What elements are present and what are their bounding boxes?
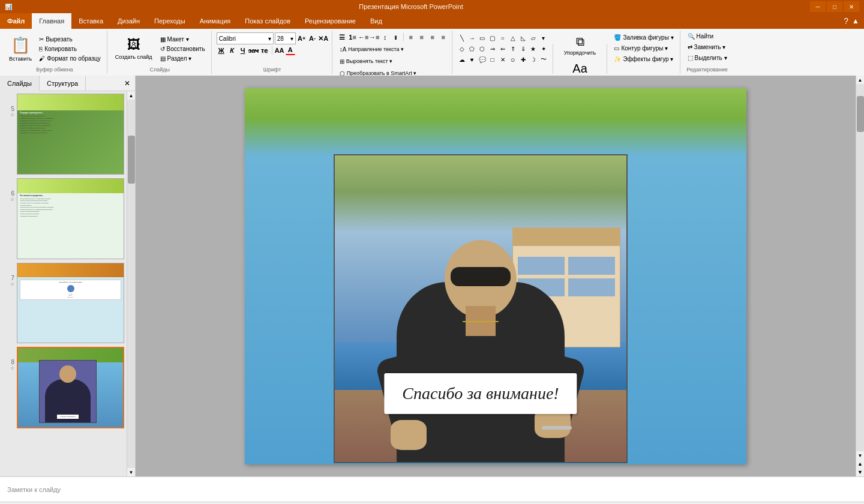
clear-format-button[interactable]: ✕A [319, 34, 328, 43]
shape-line[interactable]: ╲ [457, 33, 467, 43]
slide-canvas[interactable]: tattoo Спасибо за внимание! [245, 88, 746, 464]
tab-insert[interactable]: Вставка [71, 13, 110, 29]
columns-button[interactable]: ⫾ [391, 32, 401, 42]
slide-thumb-6[interactable]: Что является предметом... • используемых… [17, 178, 124, 259]
tab-slideshow[interactable]: Показ слайдов [238, 13, 298, 29]
shape-diamond[interactable]: ◇ [457, 44, 467, 53]
panel-scroll-thumb[interactable] [128, 136, 135, 184]
shape-right-triangle[interactable]: ◺ [518, 33, 528, 43]
spacing-button[interactable]: АА [275, 46, 284, 55]
replace-button[interactable]: ⇄ Заменить ▾ [685, 43, 728, 52]
copy-button[interactable]: ⎘ Копировать [37, 44, 103, 53]
shape-heart[interactable]: ♥ [467, 55, 477, 64]
find-button[interactable]: 🔍 Найти [685, 32, 716, 41]
tab-transitions[interactable]: Переходы [147, 13, 193, 29]
font-size-selector[interactable]: 28 ▾ [275, 32, 296, 44]
format-painter-button[interactable]: 🖌 Формат по образцу [37, 54, 103, 63]
slide-canvas-area[interactable]: tattoo Спасибо за внимание! [136, 76, 856, 476]
section-button[interactable]: ▤ Раздел ▾ [158, 54, 208, 63]
select-button[interactable]: ⬚ Выделить ▾ [685, 53, 730, 62]
shape-cross[interactable]: ✚ [518, 55, 528, 64]
shape-oval[interactable]: ○ [498, 33, 508, 43]
shape-arrow-left[interactable]: ⇐ [498, 44, 508, 53]
align-right-button[interactable]: ≡ [428, 32, 437, 42]
panel-scroll-track[interactable] [127, 100, 135, 468]
paste-button[interactable]: 📋 Вставить [6, 34, 35, 64]
shape-fill-button[interactable]: 🪣 Заливка фигуры ▾ [611, 33, 676, 42]
shape-cloud[interactable]: ☁ [457, 55, 467, 64]
line-spacing-button[interactable]: ↕ [380, 32, 390, 42]
panel-close-button[interactable]: ✕ [119, 76, 135, 91]
slide-thumb-7[interactable]: СЕРТИФИКАТ СООТВЕТСТВИЯ № 001234выдан...… [17, 263, 124, 344]
shape-arrow-down[interactable]: ⇓ [518, 44, 528, 53]
increase-indent-button[interactable]: →≡ [370, 32, 379, 42]
font-color-button[interactable]: А [286, 46, 295, 55]
bullet-list-button[interactable]: ☰ [337, 32, 347, 42]
shape-wave[interactable]: 〜 [539, 55, 548, 64]
slide-thumb-5[interactable]: Порядок проведения... • первые шаги по с… [17, 94, 124, 175]
shape-smiley[interactable]: ☺ [508, 55, 518, 64]
decrease-font-size-button[interactable]: A- [308, 34, 317, 43]
align-left-button[interactable]: ≡ [406, 32, 416, 42]
shape-arrow[interactable]: → [467, 33, 477, 43]
layout-button[interactable]: ▦ Макет ▾ [158, 35, 208, 44]
shape-arrow-right[interactable]: ⇒ [488, 44, 497, 53]
tab-design[interactable]: Дизайн [110, 13, 147, 29]
arrange-button[interactable]: ⧉ Упорядочить [557, 33, 603, 58]
shape-more[interactable]: ▾ [539, 33, 548, 43]
text-direction-button[interactable]: ↕A Направление текста ▾ [337, 45, 407, 54]
italic-button[interactable]: К [227, 46, 237, 55]
notes-area[interactable]: Заметки к слайду [0, 476, 864, 502]
numbered-list-button[interactable]: 1≡ [348, 32, 358, 42]
decrease-indent-button[interactable]: ←≡ [359, 32, 368, 42]
panel-scroll-up[interactable]: ▲ [127, 91, 135, 100]
shape-moon[interactable]: ☽ [529, 55, 538, 64]
shape-star5[interactable]: ★ [529, 44, 538, 53]
slide-photo[interactable]: tattoo Спасибо за внимание! [334, 154, 628, 463]
zoom-down-button[interactable]: ▼ [856, 468, 864, 476]
tab-animations[interactable]: Анимация [193, 13, 238, 29]
align-text-button[interactable]: ⊞ Выровнять текст ▾ [337, 57, 395, 66]
minimize-button[interactable]: ─ [810, 1, 826, 12]
shadow-button[interactable]: те [260, 46, 269, 55]
shape-outline-button[interactable]: ▭ Контур фигуры ▾ [611, 44, 676, 53]
help-button[interactable]: ? [844, 16, 848, 26]
scroll-up-button[interactable]: ▲ [856, 76, 864, 84]
font-name-selector[interactable]: Calibri ▾ [217, 32, 274, 44]
maximize-button[interactable]: □ [827, 1, 842, 12]
shape-arrow-up[interactable]: ⇑ [508, 44, 518, 53]
shape-hexagon[interactable]: ⬡ [478, 44, 487, 53]
slide-item-5[interactable]: 5 ☆ Порядок проведения... • первые шаги … [2, 94, 124, 175]
cut-button[interactable]: ✂ Вырезать [37, 35, 103, 44]
increase-font-size-button[interactable]: A+ [297, 34, 307, 43]
slide-item-8[interactable]: 8 ☆ [2, 347, 124, 428]
scroll-thumb[interactable] [857, 96, 864, 132]
slide-item-7[interactable]: 7 ☆ СЕРТИФИКАТ СООТВЕТСТВИЯ [2, 263, 124, 344]
close-button[interactable]: ✕ [844, 1, 859, 12]
shape-rounded-rect[interactable]: ▢ [488, 33, 497, 43]
align-center-button[interactable]: ≡ [417, 32, 427, 42]
scroll-down-button[interactable]: ▼ [856, 451, 864, 460]
new-slide-button[interactable]: 🖼 Создать слайд [112, 35, 155, 62]
tab-home[interactable]: Главная [32, 13, 71, 29]
underline-button[interactable]: Ч [238, 46, 248, 55]
shape-pentagon[interactable]: ⬠ [467, 44, 477, 53]
shape-rect[interactable]: ▭ [478, 33, 487, 43]
tab-view[interactable]: Вид [363, 13, 389, 29]
tab-review[interactable]: Рецензирование [298, 13, 363, 29]
panel-tab-outline[interactable]: Структура [40, 76, 86, 91]
shape-triangle[interactable]: △ [508, 33, 518, 43]
zoom-up-button[interactable]: ▲ [856, 460, 864, 468]
shape-x[interactable]: ✕ [498, 55, 508, 64]
ribbon-collapse-button[interactable]: ▲ [852, 17, 859, 25]
shape-parallelogram[interactable]: ▱ [529, 33, 538, 43]
panel-scroll-down[interactable]: ▼ [127, 468, 135, 476]
panel-tab-slides[interactable]: Слайды [0, 76, 40, 91]
shape-effects-button[interactable]: ✨ Эффекты фигур ▾ [611, 55, 676, 64]
bold-button[interactable]: Ж [217, 46, 226, 55]
shape-callout[interactable]: 💬 [478, 55, 487, 64]
justify-button[interactable]: ≡ [439, 32, 448, 42]
reset-button[interactable]: ↺ Восстановить [158, 44, 208, 53]
slide-thumb-8[interactable]: Спасибо за внимание! [17, 347, 124, 428]
strikethrough-button[interactable]: зач [249, 46, 259, 55]
